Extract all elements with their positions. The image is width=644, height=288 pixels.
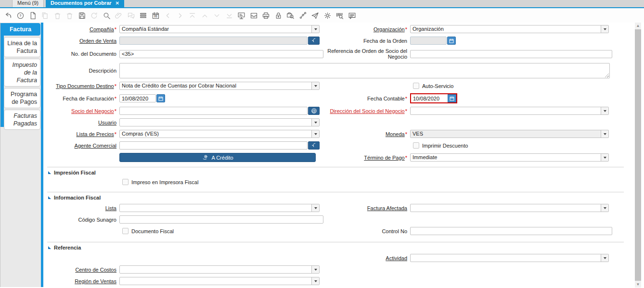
form-row: A Crédito Término de Pago* Immediate — [46, 153, 631, 162]
sidebar-item-programa-pagos[interactable]: Programa de Pagos — [4, 88, 40, 108]
chevron-down-icon[interactable] — [601, 154, 608, 161]
impreso-impresora-fiscal-checkbox[interactable] — [122, 179, 129, 185]
sidebar-item-impuesto-factura[interactable]: Impuesto de la Factura — [4, 59, 40, 87]
documento-fiscal-checkbox[interactable] — [122, 228, 129, 234]
no-documento-input[interactable] — [119, 50, 323, 58]
agente-comercial-input[interactable] — [119, 141, 308, 150]
vertical-scrollbar[interactable]: ▲ ▼ — [635, 23, 641, 288]
form-row: Tipo Documento Destino* Nota de Crédito … — [46, 82, 631, 90]
lista-precios-combobox[interactable]: Compras (VES) — [119, 130, 320, 138]
workflow-icon[interactable] — [298, 11, 307, 20]
factura-afectada-combobox[interactable] — [410, 204, 609, 212]
region-ventas-combobox[interactable] — [119, 277, 320, 285]
lista-label: Lista — [46, 205, 119, 211]
auto-servicio-checkbox[interactable] — [413, 83, 419, 89]
imprimir-descuento-checkbox[interactable] — [413, 142, 419, 149]
chevron-down-icon[interactable] — [311, 25, 319, 33]
orden-venta-input[interactable] — [119, 37, 308, 45]
tipo-doc-destino-combobox[interactable]: Nota de Crédito de Cuentas por Cobrar Na… — [119, 82, 320, 90]
chevron-down-icon[interactable] — [601, 130, 608, 138]
form-row: Lista de Precios* Compras (VES) Moneda* … — [46, 130, 631, 138]
close-tab-icon[interactable]: ✕ — [116, 0, 119, 6]
centro-costos-combobox[interactable] — [119, 265, 320, 274]
form-row: No. del Documento Referencia de Orden de… — [46, 48, 631, 60]
grid-toggle-icon[interactable] — [139, 11, 148, 20]
chevron-down-icon[interactable] — [601, 254, 608, 262]
ref-orden-socio-input[interactable] — [410, 50, 612, 58]
zoom-across-icon[interactable] — [286, 11, 295, 20]
control-no-input[interactable] — [410, 227, 612, 235]
direccion-socio-combobox[interactable] — [410, 107, 609, 115]
form-row: Actividad — [46, 254, 631, 262]
sidebar-item-factura[interactable]: Factura — [0, 23, 40, 36]
socio-negocio-label: Socio del Negocio* — [46, 108, 119, 114]
chevron-down-icon[interactable] — [311, 130, 319, 138]
scroll-up-icon[interactable]: ▲ — [635, 23, 641, 29]
fecha-contable-input[interactable] — [411, 94, 448, 102]
scroll-down-icon[interactable]: ▼ — [635, 281, 641, 288]
chevron-down-icon[interactable] — [601, 204, 608, 212]
sidebar-item-linea-factura[interactable]: Línea de la Factura — [4, 37, 40, 57]
form-row: Documento Fiscal Control No — [46, 227, 631, 235]
socio-negocio-contact-button[interactable]: @ — [308, 107, 320, 115]
usuario-combobox[interactable] — [119, 118, 320, 126]
organizacion-value: Organización — [411, 25, 601, 33]
chevron-down-icon[interactable] — [311, 204, 319, 212]
lista-combobox[interactable] — [119, 204, 320, 212]
descripcion-textarea[interactable] — [119, 63, 610, 78]
collapse-triangle-icon[interactable] — [48, 246, 51, 249]
chevron-down-icon[interactable] — [601, 25, 608, 33]
compania-combobox[interactable]: Compañía Estándar — [119, 25, 320, 33]
usuario-value — [120, 119, 311, 126]
new-record-icon[interactable] — [28, 11, 37, 20]
preferences-icon[interactable] — [323, 11, 332, 20]
send-mail-icon[interactable] — [311, 11, 320, 20]
compania-label: Compañía* — [46, 26, 119, 32]
tab-menu[interactable]: Menú (9) — [12, 0, 44, 7]
calendar-icon[interactable] — [448, 94, 456, 102]
report-icon[interactable] — [237, 11, 246, 20]
save-icon[interactable] — [77, 11, 86, 20]
actividad-value — [411, 254, 601, 262]
termino-pago-combobox[interactable]: Immediate — [410, 153, 609, 162]
sidebar-item-facturas-pagadas[interactable]: Facturas Pagadas — [4, 110, 40, 130]
print-icon[interactable] — [262, 11, 270, 20]
calendar-icon[interactable] — [156, 94, 165, 102]
orden-venta-search-button[interactable] — [308, 37, 320, 45]
comments-icon[interactable] — [348, 11, 356, 20]
section-referencia-header[interactable]: Referencia — [46, 242, 631, 254]
calendar-icon[interactable] — [447, 37, 456, 45]
moneda-combobox[interactable]: VES — [410, 130, 609, 138]
centro-costos-value — [120, 266, 311, 273]
product-info-icon[interactable] — [335, 11, 344, 20]
section-impresion-fiscal-header[interactable]: Impresión Fiscal — [46, 167, 631, 179]
calendar-icon[interactable]: 31 — [151, 11, 160, 20]
section-informacion-fiscal-header[interactable]: Informacion Fiscal — [46, 192, 631, 204]
chevron-down-icon[interactable] — [311, 119, 319, 126]
lock-icon[interactable] — [274, 11, 283, 20]
archive-icon[interactable] — [249, 11, 258, 20]
lista-precios-value: Compras (VES) — [120, 130, 311, 138]
collapse-triangle-icon[interactable] — [48, 171, 51, 174]
collapse-triangle-icon[interactable] — [48, 196, 51, 199]
help-icon[interactable]: ? — [16, 11, 25, 20]
fecha-orden-label: Fecha de la Orden — [323, 38, 410, 44]
a-credito-button[interactable]: A Crédito — [119, 153, 316, 162]
chevron-down-icon[interactable] — [311, 266, 319, 273]
actividad-combobox[interactable] — [410, 254, 609, 262]
form-row: Código Sunagro — [46, 215, 631, 224]
agente-comercial-search-button[interactable] — [308, 141, 320, 150]
svg-text:31: 31 — [154, 14, 157, 18]
organizacion-combobox[interactable]: Organización — [410, 25, 609, 33]
chevron-down-icon[interactable] — [601, 107, 608, 114]
socio-negocio-input[interactable] — [119, 107, 308, 115]
scrollbar-thumb[interactable] — [635, 29, 641, 281]
chevron-down-icon[interactable] — [311, 277, 319, 285]
codigo-sunagro-input[interactable] — [119, 215, 323, 224]
find-icon[interactable] — [102, 11, 111, 20]
undo-icon[interactable] — [4, 11, 13, 20]
tab-documentos-por-cobrar[interactable]: Documentos por Cobrar ✕ — [46, 0, 124, 7]
chevron-down-icon[interactable] — [311, 82, 319, 89]
fecha-facturacion-input[interactable] — [119, 94, 156, 102]
fecha-orden-input[interactable] — [410, 37, 447, 45]
